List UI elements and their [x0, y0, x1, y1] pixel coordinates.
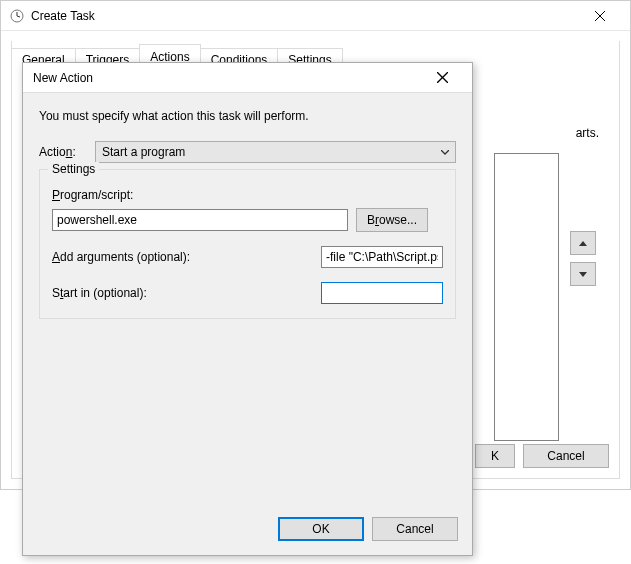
startin-label: Start in (optional):	[52, 286, 147, 300]
arguments-input[interactable]	[321, 246, 443, 268]
create-task-title: Create Task	[31, 9, 577, 23]
chevron-down-icon	[441, 150, 449, 155]
new-action-dialog: New Action You must specify what action …	[22, 62, 473, 556]
startin-row: Start in (optional):	[52, 282, 443, 304]
create-task-cancel-button[interactable]: Cancel	[523, 444, 609, 468]
actions-hint-text: arts.	[576, 126, 599, 140]
browse-button[interactable]: Browse...	[356, 208, 428, 232]
action-label: Action:	[39, 145, 85, 159]
triangle-up-icon	[579, 241, 587, 246]
create-task-titlebar: Create Task	[1, 1, 630, 31]
new-action-close-button[interactable]	[422, 67, 462, 89]
create-task-close-button[interactable]	[577, 6, 622, 26]
action-dropdown-value: Start a program	[102, 145, 185, 159]
new-action-cancel-button[interactable]: Cancel	[372, 517, 458, 541]
program-input[interactable]	[52, 209, 348, 231]
actions-listbox[interactable]	[494, 153, 559, 441]
settings-legend: Settings	[48, 162, 99, 176]
new-action-title: New Action	[33, 71, 422, 85]
close-icon	[437, 72, 448, 83]
svg-marker-6	[579, 272, 587, 277]
new-action-ok-button[interactable]: OK	[278, 517, 364, 541]
settings-group: Settings Program/script: Browse... Add a…	[39, 169, 456, 319]
move-down-button[interactable]	[570, 262, 596, 286]
create-task-ok-button[interactable]: K	[475, 444, 515, 468]
program-label: Program/script:	[52, 188, 443, 202]
action-row: Action: Start a program	[39, 141, 456, 163]
new-action-body: You must specify what action this task w…	[23, 93, 472, 319]
new-action-titlebar: New Action	[23, 63, 472, 93]
triangle-down-icon	[579, 272, 587, 277]
new-action-instruction: You must specify what action this task w…	[39, 109, 456, 123]
close-icon	[595, 11, 605, 21]
program-row: Browse...	[52, 208, 443, 232]
move-buttons	[570, 231, 596, 286]
task-scheduler-icon	[9, 8, 25, 24]
svg-marker-5	[579, 241, 587, 246]
action-dropdown[interactable]: Start a program	[95, 141, 456, 163]
new-action-buttons: OK Cancel	[278, 517, 458, 541]
create-task-button-row: K Cancel	[475, 444, 609, 468]
arguments-row: Add arguments (optional):	[52, 246, 443, 268]
startin-input[interactable]	[321, 282, 443, 304]
move-up-button[interactable]	[570, 231, 596, 255]
arguments-label: Add arguments (optional):	[52, 250, 190, 264]
